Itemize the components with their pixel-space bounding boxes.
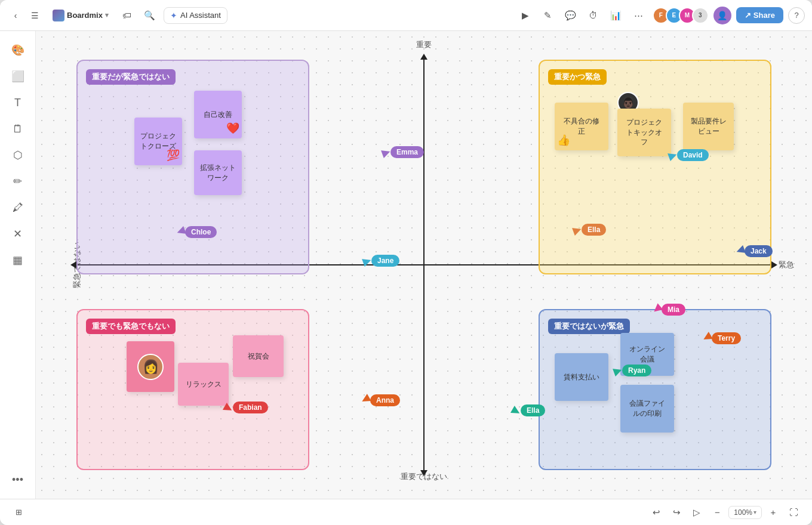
titlebar: ‹ ☰ Boardmix ▾ 🏷 🔍 ✦ AI Assistant ▶ ✎ 💬 … bbox=[0, 0, 812, 31]
vertical-axis bbox=[423, 55, 425, 475]
cursor-jack-label: Jack bbox=[745, 245, 773, 257]
avatar-count: 3 bbox=[692, 7, 709, 24]
share-icon: ↗ bbox=[745, 11, 751, 20]
connector-tool[interactable]: ✕ bbox=[6, 222, 30, 246]
sticky-rent-payment[interactable]: 賃料支払い bbox=[555, 353, 608, 401]
play-button[interactable]: ▶ bbox=[516, 7, 534, 24]
cursor-ryan-arrow: ▶ bbox=[612, 363, 625, 378]
cursor-jane: ▶ Jane bbox=[363, 254, 399, 267]
cursor-mia: ▶ Mia bbox=[653, 303, 685, 316]
quadrant-not-important-not-urgent: 重要でも緊急でもない 👩 リラックス 祝賀会 bbox=[76, 309, 309, 470]
more-tools[interactable]: ••• bbox=[6, 468, 30, 492]
sidebar: 🎨 ⬜ T 🗒 ⬡ ✏ 🖍 ✕ ▦ ••• bbox=[0, 31, 36, 499]
current-user-avatar: 👤 bbox=[713, 7, 731, 24]
share-button[interactable]: ↗ Share bbox=[736, 7, 783, 23]
text-tool[interactable]: T bbox=[6, 91, 30, 115]
canvas-area[interactable]: 重要 重要ではない 緊急ではない 緊急 重要だが緊急ではない プロジェクトクロー… bbox=[36, 31, 812, 499]
zoom-out-button[interactable]: − bbox=[708, 504, 726, 521]
q4-label: 重要ではないが緊急 bbox=[548, 319, 630, 334]
cursor-david-arrow: ▶ bbox=[667, 147, 679, 162]
minimap-button[interactable]: ⊞ bbox=[10, 504, 27, 521]
cursor-anna-label: Anna bbox=[370, 394, 400, 406]
frame-tool[interactable]: ⬜ bbox=[6, 64, 30, 88]
sticky-product-review[interactable]: 製品要件レビュー bbox=[683, 103, 734, 150]
zoom-chevron: ▾ bbox=[753, 509, 756, 515]
ai-icon: ✦ bbox=[170, 11, 177, 20]
zoom-in-button[interactable]: + bbox=[764, 504, 782, 521]
emoji-thumbsup: 👍 bbox=[557, 133, 570, 148]
undo-button[interactable]: ↩ bbox=[647, 504, 665, 521]
zoom-value: 100% bbox=[734, 508, 752, 517]
cursor-david-label: David bbox=[677, 149, 709, 161]
zoom-control[interactable]: 100% ▾ bbox=[728, 506, 762, 519]
bottom-bar: ⊞ ↩ ↪ ▷ − 100% ▾ + ⛶ bbox=[0, 499, 812, 525]
main-area: 🎨 ⬜ T 🗒 ⬡ ✏ 🖍 ✕ ▦ ••• 重要 重要ではない 緊急ではない 緊… bbox=[0, 31, 812, 499]
cursor-chloe-arrow: ▶ bbox=[175, 224, 187, 239]
cursor-fabian-label: Fabian bbox=[233, 402, 268, 413]
cursor-ella-q4-arrow: ▶ bbox=[509, 403, 523, 418]
sticky-self-improvement[interactable]: 自己改善 ❤️ bbox=[194, 91, 242, 138]
quadrant-important-not-urgent: 重要だが緊急ではない プロジェクトクローズ 💯 自己改善 ❤️ 拡張ネットワーク bbox=[76, 60, 309, 274]
sticky-celebration[interactable]: 祝賀会 bbox=[233, 335, 284, 377]
cursor-fabian: ▶ Fabian bbox=[224, 401, 268, 414]
cursor-david: ▶ David bbox=[669, 149, 709, 162]
cursor-jack-arrow: ▶ bbox=[734, 243, 747, 258]
cursor-emma: ▶ Emma bbox=[382, 146, 424, 159]
cursor-mode-button[interactable]: ✎ bbox=[539, 7, 557, 24]
cursor-ella-q4: ▶ Ella bbox=[512, 404, 545, 417]
boardmix-logo[interactable]: Boardmix ▾ bbox=[48, 7, 113, 24]
tag-button[interactable]: 🏷 bbox=[118, 7, 136, 24]
sticky-expand-network[interactable]: 拡張ネットワーク bbox=[194, 150, 242, 195]
cursor-jane-arrow: ▶ bbox=[361, 253, 374, 268]
logo-icon bbox=[53, 10, 64, 21]
cursor-anna: ▶ Anna bbox=[362, 394, 400, 407]
highlight-tool[interactable]: 🖍 bbox=[6, 196, 30, 220]
comment-button[interactable]: 💬 bbox=[562, 7, 580, 24]
timer-button[interactable]: ⏱ bbox=[585, 7, 602, 24]
sticky-relax[interactable]: リラックス bbox=[178, 363, 229, 406]
template-tool[interactable]: ▦ bbox=[6, 248, 30, 272]
sticky-project-kickoff[interactable]: プロジェクトキックオフ bbox=[617, 109, 671, 156]
cursor-tool-bottom[interactable]: ▷ bbox=[688, 504, 706, 521]
cursor-jack: ▶ Jack bbox=[736, 245, 773, 258]
cursor-chloe-label: Chloe bbox=[185, 226, 217, 238]
cursor-emma-label: Emma bbox=[390, 146, 424, 158]
cursor-ella-q4-label: Ella bbox=[521, 404, 545, 416]
menu-button[interactable]: ☰ bbox=[26, 7, 43, 24]
app-window: ‹ ☰ Boardmix ▾ 🏷 🔍 ✦ AI Assistant ▶ ✎ 💬 … bbox=[0, 0, 812, 525]
redo-button[interactable]: ↪ bbox=[668, 504, 685, 521]
cursor-terry-label: Terry bbox=[712, 332, 741, 344]
titlebar-nav: ‹ ☰ bbox=[7, 7, 43, 24]
q1-label: 重要だが緊急ではない bbox=[86, 69, 176, 85]
sticky-project-close[interactable]: プロジェクトクローズ 💯 bbox=[134, 118, 182, 165]
cursor-ryan: ▶ Ryan bbox=[614, 364, 651, 377]
more-button[interactable]: ⋯ bbox=[630, 7, 648, 24]
cursor-anna-arrow: ▶ bbox=[359, 393, 373, 408]
q3-label: 重要でも緊急でもない bbox=[86, 319, 176, 334]
sticky-bug-fix[interactable]: 不具合の修正 👍 bbox=[555, 103, 608, 150]
cursor-ella-q2-arrow: ▶ bbox=[571, 222, 584, 237]
help-button[interactable]: ? bbox=[788, 7, 805, 24]
ai-assistant-button[interactable]: ✦ AI Assistant bbox=[164, 7, 227, 24]
emoji-100: 💯 bbox=[167, 148, 180, 163]
avatar-fabian-sticky: 👩 bbox=[127, 341, 174, 392]
q2-label: 重要かつ緊急 bbox=[548, 69, 607, 85]
cursor-ella-q2: ▶ Ella bbox=[573, 223, 606, 236]
collaborators-avatars: F E M 3 bbox=[653, 7, 709, 24]
chart-button[interactable]: 📊 bbox=[607, 7, 625, 24]
back-button[interactable]: ‹ bbox=[7, 7, 24, 24]
sticky-print-files[interactable]: 会議ファイルの印刷 bbox=[620, 385, 674, 433]
cursor-jane-label: Jane bbox=[371, 255, 399, 267]
shape-tool[interactable]: ⬡ bbox=[6, 143, 30, 167]
fullscreen-button[interactable]: ⛶ bbox=[785, 504, 802, 521]
cursor-emma-arrow: ▶ bbox=[380, 144, 393, 159]
note-tool[interactable]: 🗒 bbox=[6, 117, 30, 141]
share-label: Share bbox=[753, 11, 775, 20]
cursor-chloe: ▶ Chloe bbox=[177, 226, 217, 239]
select-tool[interactable]: 🎨 bbox=[6, 38, 30, 62]
search-button[interactable]: 🔍 bbox=[141, 7, 159, 24]
app-name: Boardmix bbox=[67, 11, 103, 20]
quadrant-important-urgent: 重要かつ緊急 不具合の修正 👍 👨🏿 プロジェクトキックオフ 製品要件レビュー bbox=[539, 60, 771, 274]
emoji-heart: ❤️ bbox=[226, 121, 239, 136]
pen-tool[interactable]: ✏ bbox=[6, 169, 30, 193]
